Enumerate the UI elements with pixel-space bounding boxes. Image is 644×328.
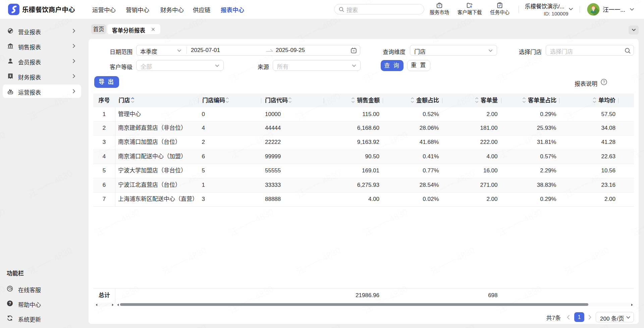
svg-text:?: ? [9,301,11,306]
svg-text:?: ? [603,80,605,85]
